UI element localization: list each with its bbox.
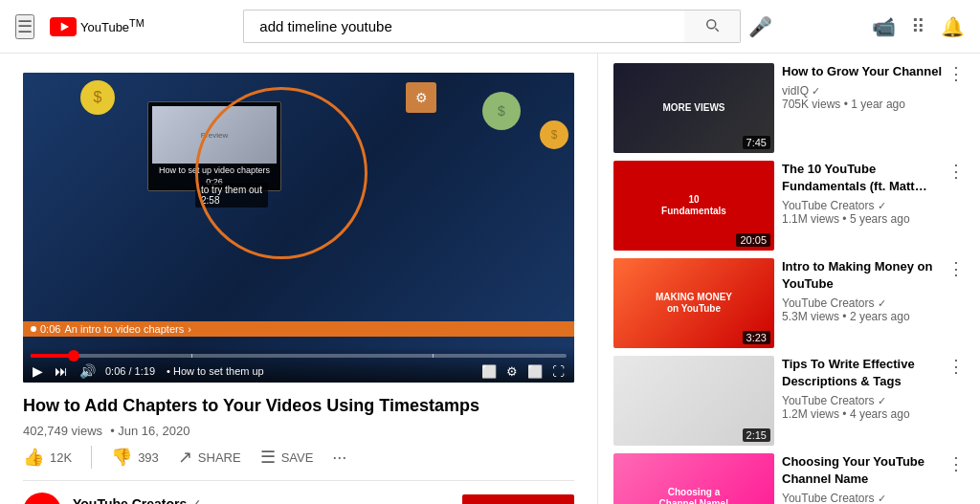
sidebar-thumb-0[interactable]: MORE VIEWS7:45 [613, 63, 774, 153]
sidebar-item: MAKING MONEY on YouTube3:23Intro to Maki… [613, 258, 965, 348]
chapter-marker-1 [191, 354, 192, 358]
main-layout: $ $ $ ⚙ Preview How to set up video chap… [0, 54, 980, 504]
sidebar-meta-0: 705K views • 1 year ago [782, 98, 946, 111]
header: ☰ YouTubeTM 🎤 📹 ⠿ 🔔 [0, 0, 980, 54]
publish-date: • [110, 424, 118, 438]
sidebar-channel-4: YouTube Creators ✓ [782, 492, 946, 504]
fullscreen-button[interactable]: ⛶ [550, 364, 567, 379]
channel-name: YouTube Creators [73, 496, 187, 504]
thumb-label-1: 10 Fundamentals [661, 194, 726, 217]
thumb-duration-1: 20:05 [736, 233, 770, 247]
sidebar-item: MORE VIEWS7:45How to Grow Your Channelvi… [613, 63, 965, 153]
sidebar-thumb-2[interactable]: MAKING MONEY on YouTube3:23 [613, 258, 774, 348]
thumbs-up-icon: 👍 [23, 447, 44, 468]
share-button[interactable]: ↗ SHARE [178, 447, 241, 468]
search-input[interactable] [243, 10, 684, 43]
verified-icon: ✓ [190, 496, 202, 504]
sidebar-more-button-2[interactable]: ⋮ [947, 258, 965, 279]
sidebar-title-0[interactable]: How to Grow Your Channel [782, 63, 946, 80]
more-actions-button[interactable]: ··· [332, 449, 346, 466]
verified-icon-1: ✓ [878, 200, 886, 212]
play-icon [55, 21, 72, 33]
thumb-label-2: MAKING MONEY on YouTube [654, 292, 734, 315]
sidebar-more-button-0[interactable]: ⋮ [947, 63, 965, 84]
thumb-duration-3: 2:15 [743, 428, 770, 442]
verified-icon-3: ✓ [878, 395, 886, 407]
sidebar-title-3[interactable]: Tips To Write Effective Descriptions & T… [782, 356, 946, 390]
thumb-duration-2: 3:23 [743, 331, 770, 344]
search-button[interactable] [684, 10, 741, 43]
subscribe-button[interactable]: SUBSCRIBE [462, 494, 574, 504]
channel-name-row: YouTube Creators ✓ [73, 496, 202, 504]
search-icon [703, 16, 721, 33]
publish-date-value: Jun 16, 2020 [118, 424, 189, 438]
sidebar-thumb-1[interactable]: 10 Fundamentals20:05 [613, 161, 774, 251]
sidebar: MORE VIEWS7:45How to Grow Your Channelvi… [597, 54, 980, 504]
apps-button[interactable]: ⠿ [911, 15, 925, 38]
chapter-time: 0:06 [40, 323, 60, 335]
next-button[interactable]: ⏭ [53, 363, 70, 379]
sidebar-more-button-4[interactable]: ⋮ [947, 453, 965, 474]
verified-icon-0: ✓ [812, 85, 820, 98]
chapter-preview-label: How to set up video chapters [152, 164, 277, 177]
video-meta: 402,749 views • Jun 16, 2020 [23, 424, 574, 438]
theater-button[interactable]: ⬜ [525, 364, 545, 379]
sidebar-channel-3: YouTube Creators ✓ [782, 394, 946, 407]
sidebar-more-button-3[interactable]: ⋮ [947, 356, 965, 377]
share-icon: ↗ [178, 447, 192, 468]
chapter-markers [31, 354, 567, 358]
video-title: How to Add Chapters to Your Videos Using… [23, 394, 574, 418]
deco-coin-2: $ [482, 92, 521, 130]
logo-text: YouTubeTM [80, 17, 145, 34]
chapter-float-label: to try them out 2:58 [195, 183, 268, 208]
subtitles-button[interactable]: ⬜ [479, 364, 499, 379]
sidebar-thumb-4[interactable]: Choosing a Channel Name!1:53 [613, 453, 774, 504]
current-time: 0:06 / 1:19 [105, 365, 155, 377]
chapter-bar: 0:06 An intro to video chapters › [23, 321, 574, 337]
chapter-marker-2 [433, 354, 434, 358]
sidebar-info-0: How to Grow Your ChannelvidIQ ✓705K view… [774, 63, 965, 153]
video-actions: 👍 12K 👎 393 ↗ SHARE ☰ SAVE ··· [23, 446, 574, 481]
save-button[interactable]: ☰ SAVE [260, 447, 314, 468]
sidebar-info-2: Intro to Making Money on YouTubeYouTube … [774, 258, 965, 348]
sidebar-channel-1: YouTube Creators ✓ [782, 199, 946, 212]
logo[interactable]: YouTubeTM [50, 17, 145, 36]
sidebar-channel-0: vidIQ ✓ [782, 84, 946, 98]
dislike-button[interactable]: 👎 393 [111, 447, 159, 468]
mic-button[interactable]: 🎤 [748, 10, 772, 43]
sidebar-title-2[interactable]: Intro to Making Money on YouTube [782, 258, 946, 293]
sidebar-info-4: Choosing Your YouTube Channel NameYouTub… [774, 453, 965, 504]
search-bar [243, 10, 741, 43]
logo-word: YouTube [80, 21, 129, 35]
chapter-preview: Preview How to set up video chapters 0:2… [147, 101, 281, 191]
verified-icon-4: ✓ [878, 493, 886, 504]
channel-row: YT YouTube Creators ✓ 3.23M subscribers … [23, 493, 574, 504]
settings-button[interactable]: ⚙ [504, 364, 520, 379]
chapter-title-display: • How to set them up [167, 365, 472, 377]
chapter-bar-dot [31, 326, 36, 332]
chapter-bar-label: An intro to video chapters [64, 323, 184, 335]
like-button[interactable]: 👍 12K [23, 447, 72, 468]
video-player[interactable]: $ $ $ ⚙ Preview How to set up video chap… [23, 73, 574, 383]
view-count: 402,749 views [23, 424, 102, 438]
play-button[interactable]: ▶ [31, 363, 45, 379]
sidebar-items-container: MORE VIEWS7:45How to Grow Your Channelvi… [613, 63, 965, 504]
thumb-label-4: Choosing a Channel Name! [654, 487, 734, 504]
notifications-button[interactable]: 🔔 [941, 15, 965, 38]
menu-button[interactable]: ☰ [15, 14, 34, 39]
video-create-button[interactable]: 📹 [872, 15, 896, 38]
sidebar-more-button-1[interactable]: ⋮ [947, 161, 965, 182]
sidebar-title-4[interactable]: Choosing Your YouTube Channel Name [782, 453, 946, 488]
thumb-duration-0: 7:45 [743, 136, 770, 149]
deco-coin-3: $ [540, 121, 568, 149]
save-icon: ☰ [260, 447, 276, 468]
sidebar-channel-2: YouTube Creators ✓ [782, 296, 946, 310]
youtube-logo-icon [50, 17, 77, 36]
sidebar-info-1: The 10 YouTube Fundamentals (ft. Matt Ko… [774, 161, 965, 251]
volume-button[interactable]: 🔊 [78, 363, 98, 379]
sidebar-title-1[interactable]: The 10 YouTube Fundamentals (ft. Matt Ko… [782, 161, 946, 195]
video-controls: ▶ ⏭ 🔊 0:06 / 1:19 • How to set them up ⬜… [23, 346, 574, 383]
sidebar-thumb-3[interactable]: 2:15 [613, 356, 774, 446]
channel-info: YouTube Creators ✓ 3.23M subscribers [73, 496, 202, 504]
progress-bar[interactable] [31, 354, 567, 358]
